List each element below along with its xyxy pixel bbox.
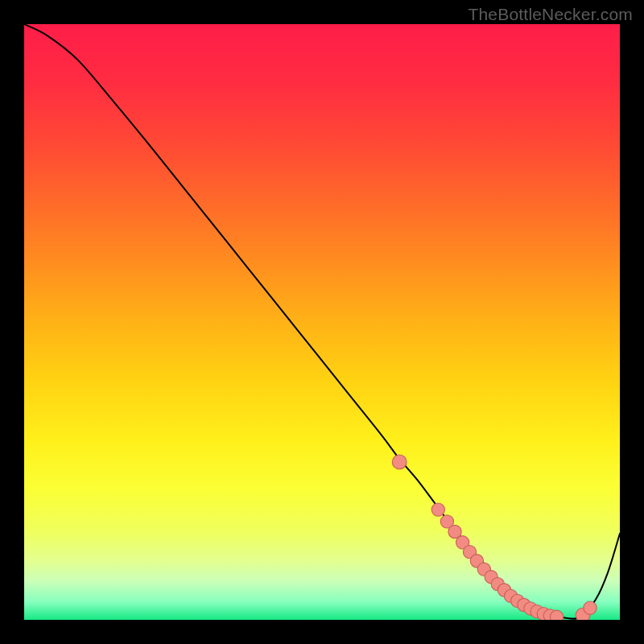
- marker-point: [431, 503, 444, 516]
- plot-area: [24, 24, 620, 620]
- marker-point: [550, 610, 563, 620]
- chart-stage: TheBottleNecker.com: [0, 0, 644, 644]
- marker-point: [584, 601, 597, 614]
- chart-svg: [24, 24, 620, 620]
- gradient-background: [24, 24, 620, 620]
- watermark-text: TheBottleNecker.com: [468, 5, 633, 24]
- marker-point: [392, 455, 407, 469]
